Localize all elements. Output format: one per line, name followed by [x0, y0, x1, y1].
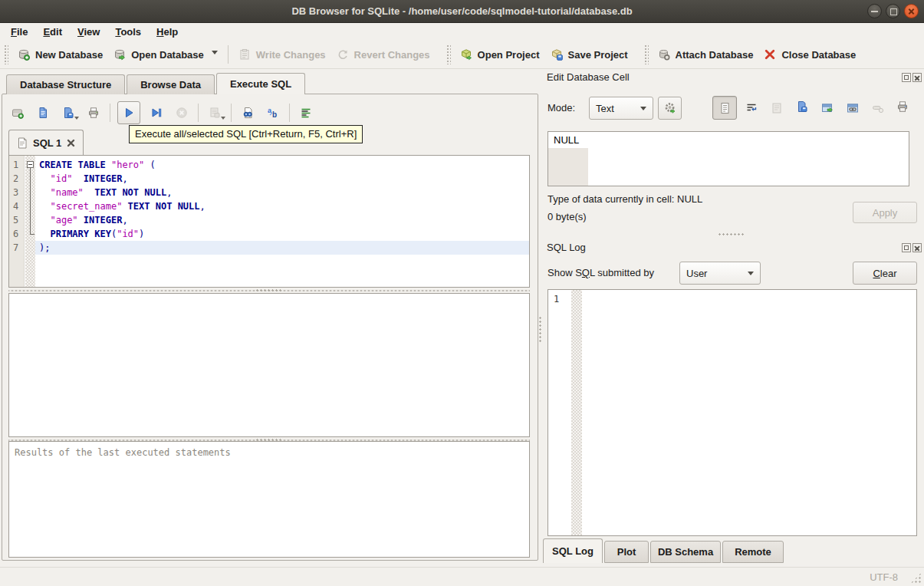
save-results-button[interactable]: [206, 103, 224, 123]
stop-button[interactable]: [173, 103, 191, 123]
open-sql-file-button[interactable]: [34, 103, 52, 123]
attach-database-icon: [658, 48, 670, 61]
menu-tools[interactable]: Tools: [107, 25, 149, 39]
text-mode-toggle[interactable]: [712, 96, 737, 120]
attach-database-button[interactable]: Attach Database: [653, 45, 759, 64]
new-database-button[interactable]: New Database: [12, 45, 108, 64]
execute-line-button[interactable]: [147, 103, 166, 123]
tab-execute-sql[interactable]: Execute SQL: [216, 73, 305, 94]
sql-log-float-icon[interactable]: [902, 243, 911, 252]
close-database-icon: [764, 48, 776, 61]
word-wrap-button[interactable]: [745, 102, 758, 114]
cell-value-editor[interactable]: NULL: [547, 131, 909, 186]
editor-gutter: 1234567: [9, 156, 25, 287]
write-changes-button[interactable]: Write Changes: [233, 45, 331, 64]
dock-tab-remote-label: Remote: [735, 546, 771, 558]
revert-changes-button[interactable]: Revert Changes: [331, 45, 436, 64]
import-cell-button[interactable]: [770, 100, 784, 116]
tab-database-structure[interactable]: Database Structure: [6, 74, 125, 94]
close-database-button[interactable]: Close Database: [758, 45, 861, 64]
menu-help[interactable]: Help: [149, 25, 186, 39]
cell-type-info: Type of data currently in cell: NULL: [547, 193, 702, 205]
dock-splitter-dots[interactable]: [718, 232, 744, 236]
tab-browse-data[interactable]: Browse Data: [127, 74, 215, 94]
fold-collapse-icon[interactable]: [27, 161, 34, 168]
open-file-icon: [37, 107, 49, 119]
menu-file[interactable]: File: [3, 25, 35, 39]
edit-cell-title: Edit Database Cell: [547, 71, 630, 83]
middle-pane[interactable]: [8, 293, 530, 437]
sql-toolbar-separator-4: [289, 104, 290, 122]
autocomplete-button[interactable]: ab: [264, 103, 282, 123]
apply-button[interactable]: Apply: [853, 202, 917, 223]
save-sql-dropdown-caret[interactable]: [74, 117, 79, 122]
write-changes-icon: [238, 48, 251, 61]
dock-tab-db-schema[interactable]: DB Schema: [650, 541, 721, 563]
results-placeholder: Results of the last executed statements: [9, 442, 529, 463]
close-database-label: Close Database: [781, 49, 856, 61]
dock-tab-sql-log[interactable]: SQL Log: [543, 538, 603, 563]
close-button[interactable]: [904, 4, 919, 18]
filter-label-post: L submitted by: [590, 267, 654, 278]
sql-log-view[interactable]: 1: [547, 289, 917, 536]
toolbar-drag-handle-3[interactable]: [644, 44, 649, 64]
vertical-splitter[interactable]: [538, 316, 542, 344]
print-cell-button[interactable]: [896, 100, 909, 113]
maximize-button[interactable]: [886, 4, 900, 18]
editor-code[interactable]: CREATE TABLE "hero" ( "id" INTEGER, "nam…: [35, 156, 529, 287]
new-sql-tab-button[interactable]: [8, 103, 27, 123]
clear-log-button[interactable]: Clear: [853, 262, 917, 285]
sql-editor[interactable]: 1234567 CREATE TABLE "hero" ( "id" INTEG…: [8, 155, 530, 288]
sql-tab-close-icon[interactable]: [67, 139, 75, 147]
mode-combobox[interactable]: Text: [589, 97, 653, 120]
main-tab-bar: Database Structure Browse Data Execute S…: [6, 73, 307, 94]
open-database-dropdown-caret[interactable]: [212, 51, 218, 58]
save-as-icon: [796, 100, 808, 113]
format-sql-button[interactable]: [297, 103, 315, 123]
text-document-icon: [719, 102, 731, 114]
save-project-button[interactable]: Save Project: [545, 45, 633, 64]
svg-text:b: b: [272, 110, 277, 119]
execute-all-button[interactable]: [117, 101, 140, 124]
sql-log-title: SQL Log: [547, 242, 586, 253]
attach-database-label: Attach Database: [676, 49, 754, 61]
auto-switch-mode-button[interactable]: [658, 97, 682, 120]
revert-changes-label: Revert Changes: [354, 49, 430, 61]
log-source-value: User: [686, 268, 707, 279]
edit-cell-float-icon[interactable]: [902, 73, 911, 82]
toolbar-drag-handle-2[interactable]: [446, 44, 451, 64]
sql-document-tab[interactable]: SQL 1: [8, 130, 84, 155]
clear-button-label: Clear: [873, 268, 896, 279]
dock-tab-plot[interactable]: Plot: [604, 541, 649, 563]
toolbar-drag-handle[interactable]: [4, 44, 8, 64]
revert-changes-icon: [337, 48, 349, 61]
save-sql-file-button[interactable]: [59, 103, 77, 123]
open-in-external-button[interactable]: [821, 102, 834, 114]
splitter-dots-2: [255, 438, 281, 442]
sql-document-icon: [17, 137, 28, 149]
mode-combobox-value: Text: [596, 103, 614, 114]
resize-grip[interactable]: [910, 572, 922, 584]
menu-edit[interactable]: Edit: [35, 25, 70, 39]
sql-log-close-icon[interactable]: [912, 243, 922, 252]
cell-editor-margin: [548, 148, 588, 186]
dock-tab-remote[interactable]: Remote: [722, 541, 784, 563]
save-results-dropdown-caret[interactable]: [221, 117, 225, 122]
minimize-button[interactable]: [867, 4, 882, 18]
copy-link-button[interactable]: [847, 102, 859, 114]
find-replace-button[interactable]: [238, 103, 257, 123]
word-wrap-icon: [745, 102, 758, 114]
toolbar-separator: [228, 45, 229, 64]
print-sql-button[interactable]: [84, 103, 103, 123]
database-plus-icon: [18, 48, 30, 61]
menu-view[interactable]: View: [70, 25, 107, 39]
results-pane[interactable]: Results of the last executed statements: [8, 441, 530, 558]
open-project-button[interactable]: Open Project: [455, 45, 545, 64]
new-database-label: New Database: [35, 49, 103, 61]
log-source-combobox[interactable]: User: [679, 262, 761, 285]
export-cell-button[interactable]: [796, 100, 808, 113]
open-database-label: Open Database: [131, 49, 204, 61]
open-database-button[interactable]: Open Database: [108, 45, 223, 64]
set-null-button[interactable]: [872, 102, 884, 114]
edit-cell-close-icon[interactable]: [912, 73, 922, 82]
